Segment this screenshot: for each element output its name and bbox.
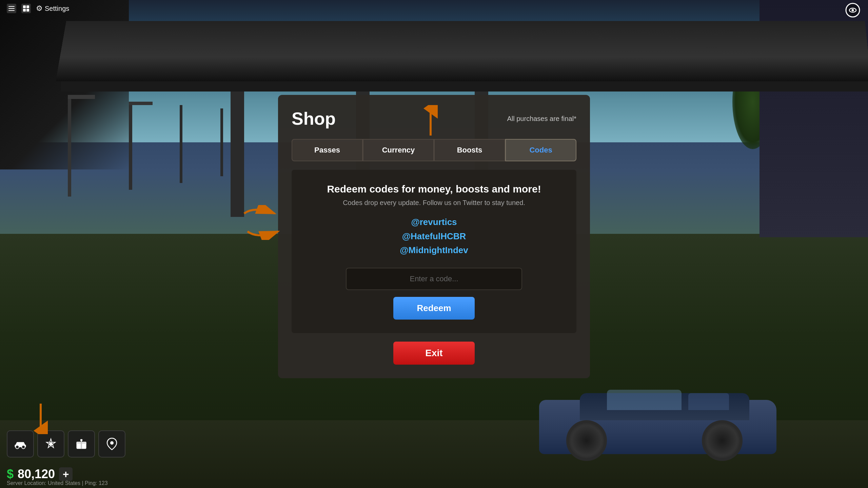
exit-button[interactable]: Exit: [393, 342, 475, 365]
svg-point-12: [49, 442, 53, 446]
shop-modal: Shop All purchases are final* Passes Cur…: [278, 95, 590, 378]
tab-codes[interactable]: Codes: [505, 139, 576, 161]
toolbar-location-button[interactable]: [98, 430, 125, 458]
toolbar-gift-button[interactable]: [68, 430, 95, 458]
eye-button[interactable]: [844, 2, 861, 19]
tab-currency[interactable]: Currency: [363, 139, 434, 161]
toolbar-car-button[interactable]: [7, 430, 34, 458]
streetlight-4: [220, 108, 223, 176]
code-input-row: [305, 268, 563, 290]
codes-heading: Redeem codes for money, boosts and more!: [305, 183, 563, 195]
shop-codes-content: Redeem codes for money, boosts and more!…: [292, 170, 576, 333]
settings-label: Settings: [45, 5, 69, 13]
svg-point-11: [22, 445, 25, 449]
pillar-1: [231, 81, 244, 217]
top-bar: ⚙ Settings: [0, 0, 868, 17]
svg-rect-1: [8, 8, 15, 9]
bottom-toolbar: [7, 430, 125, 458]
settings-button[interactable]: ⚙ Settings: [36, 4, 69, 13]
svg-rect-2: [8, 10, 15, 11]
streetlight-2: [129, 102, 132, 190]
bridge: [56, 21, 868, 81]
redeem-row: Redeem: [305, 297, 563, 320]
code-input[interactable]: [346, 268, 522, 290]
svg-rect-3: [23, 5, 26, 8]
redeem-button[interactable]: Redeem: [393, 297, 475, 320]
codes-subheading: Codes drop every update. Follow us on Tw…: [305, 199, 563, 207]
add-money-button[interactable]: +: [59, 467, 73, 481]
twitter-handle-2: @HatefulHCBR: [305, 229, 563, 244]
svg-rect-6: [26, 9, 29, 12]
svg-point-16: [110, 441, 114, 445]
streetlight-3: [180, 105, 182, 183]
svg-rect-4: [26, 5, 29, 8]
svg-rect-0: [8, 6, 15, 7]
streetlight-arm-2: [129, 102, 153, 105]
twitter-handles: @revurtics @HatefulHCBR @MidnightIndev: [305, 215, 563, 258]
money-icon: $: [7, 467, 14, 481]
svg-point-9: [852, 9, 854, 12]
money-display: $ 80,120 +: [7, 467, 73, 481]
money-amount: 80,120: [18, 467, 55, 481]
tab-boosts[interactable]: Boosts: [434, 139, 505, 161]
shop-tabs: Passes Currency Boosts Codes: [292, 139, 576, 161]
streetlight-1: [68, 95, 71, 197]
grid-icon[interactable]: [21, 4, 31, 13]
shop-title: Shop: [292, 108, 336, 129]
svg-rect-5: [23, 9, 26, 12]
server-info: Server Location: United States | Ping: 1…: [7, 480, 108, 486]
svg-rect-15: [81, 442, 82, 449]
car: [539, 386, 776, 454]
gear-icon: ⚙: [36, 4, 43, 13]
svg-point-10: [16, 445, 19, 449]
shop-subtitle: All purchases are final*: [507, 115, 576, 123]
bridge-base: [61, 81, 868, 92]
twitter-handle-3: @MidnightIndev: [305, 243, 563, 258]
shop-header: Shop All purchases are final*: [292, 108, 576, 129]
tab-passes[interactable]: Passes: [292, 139, 363, 161]
twitter-handle-1: @revurtics: [305, 215, 563, 229]
streetlight-arm-1: [68, 95, 95, 99]
menu-icon[interactable]: [7, 4, 16, 13]
toolbar-customize-button[interactable]: [37, 430, 64, 458]
